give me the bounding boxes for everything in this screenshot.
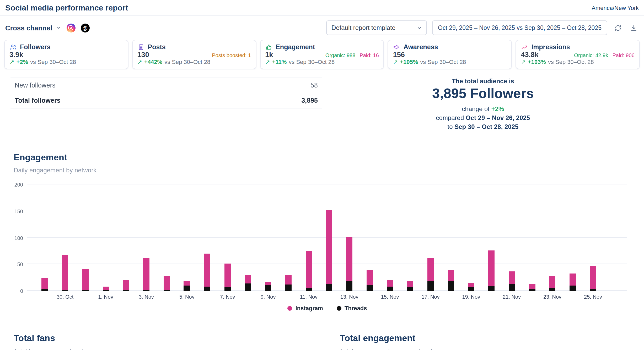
- kpi-label: Impressions: [531, 43, 570, 51]
- bar-segment-threads: [468, 287, 474, 291]
- stacked-bar: [42, 278, 48, 291]
- bar-slot: [95, 184, 116, 291]
- bar-segment-instagram: [488, 250, 495, 286]
- timezone-label: America/New York: [592, 4, 639, 11]
- date-range-picker[interactable]: Oct 29, 2025 – Nov 26, 2025 vs Sep 30, 2…: [432, 20, 607, 35]
- audience-compared-line: compared Oct 29 – Nov 26, 2025: [322, 114, 644, 123]
- y-axis-label: 100: [3, 235, 23, 241]
- download-button[interactable]: [628, 23, 639, 33]
- trend-up-icon: ↗: [265, 59, 270, 65]
- posts-icon: [137, 43, 145, 51]
- x-axis-label: 13. Nov: [339, 294, 359, 300]
- bar-segment-instagram: [163, 276, 170, 290]
- bar-segment-threads: [285, 285, 292, 291]
- x-axis-label: [359, 294, 380, 300]
- kpi-value: 43.8k: [521, 51, 539, 59]
- legend-label: Threads: [345, 305, 367, 311]
- table-row-total: Total followers 3,895: [10, 93, 322, 108]
- bar-slot: [481, 184, 502, 291]
- bar-slot: [55, 184, 75, 291]
- kpi-notes: Posts boosted: 1: [212, 52, 251, 58]
- organic-note: Organic: 42.9k: [574, 52, 608, 58]
- kpi-label: Engagement: [276, 43, 315, 51]
- legend-item-instagram[interactable]: Instagram: [288, 305, 323, 311]
- bar-slot: [217, 184, 238, 291]
- engagement-chart-legend: InstagramThreads: [27, 305, 627, 311]
- y-axis-label: 200: [3, 182, 23, 188]
- stacked-bar: [590, 266, 596, 291]
- trend-up-icon: ↗: [393, 59, 398, 65]
- bar-segment-threads: [82, 290, 89, 291]
- kpi-card-header: Posts: [137, 43, 251, 51]
- header: Social media performance report America/…: [0, 0, 644, 16]
- bar-slot: [441, 184, 461, 291]
- stacked-bar: [427, 258, 434, 291]
- threads-icon[interactable]: [80, 23, 89, 32]
- stacked-bar: [224, 264, 231, 291]
- bar-segment-threads: [590, 289, 596, 291]
- x-axis-label: 11. Nov: [299, 294, 319, 300]
- kpi-notes: Organic: 988 Paid: 16: [325, 52, 379, 58]
- stacked-bar: [123, 280, 129, 291]
- bar-segment-threads: [427, 281, 434, 291]
- refresh-button[interactable]: [613, 23, 623, 33]
- bar-segment-instagram: [224, 264, 231, 287]
- bar-slot: [258, 184, 278, 291]
- channel-selector-label: Cross channel: [5, 24, 52, 32]
- kpi-card-posts: Posts 130 Posts boosted: 1 ↗ +442% vs Se…: [132, 40, 256, 69]
- stacked-bar: [367, 270, 373, 291]
- bar-segment-instagram: [407, 281, 414, 287]
- audience-previous-line: to Sep 30 – Oct 28, 2025: [322, 123, 644, 132]
- bar-segment-threads: [570, 286, 576, 291]
- bar-slot: [177, 184, 197, 291]
- bottom-sections: Total fans Total fans across networks To…: [0, 333, 644, 350]
- instagram-icon[interactable]: [66, 23, 75, 32]
- channel-selector[interactable]: Cross channel: [5, 24, 61, 32]
- bar-segment-instagram: [346, 237, 352, 281]
- x-axis-label: [238, 294, 258, 300]
- kpi-card-impressions: Impressions 43.8k Organic: 42.9k Paid: 9…: [516, 40, 640, 69]
- kpi-change: +2%: [16, 59, 28, 65]
- stacked-bar: [529, 284, 535, 291]
- bar-segment-instagram: [245, 275, 251, 283]
- stacked-bar: [184, 281, 190, 291]
- bar-segment-threads: [42, 289, 48, 291]
- bar-segment-instagram: [468, 283, 474, 287]
- page-title: Social media performance report: [5, 3, 128, 12]
- bar-segment-threads: [204, 287, 210, 291]
- stacked-bar: [326, 210, 332, 291]
- x-axis-label: [522, 294, 542, 300]
- bar-segment-instagram: [42, 278, 48, 289]
- chevron-down-icon: [56, 25, 61, 30]
- bar-slot: [339, 184, 359, 291]
- bar-slot: [116, 184, 136, 291]
- kpi-card-header: Followers: [9, 43, 123, 51]
- stacked-bar: [509, 271, 515, 291]
- bar-segment-instagram: [184, 281, 190, 286]
- bar-slot: [522, 184, 542, 291]
- organic-note: Organic: 988: [325, 52, 356, 58]
- x-axis-label: [400, 294, 420, 300]
- bar-segment-instagram: [387, 280, 393, 287]
- bar-segment-instagram: [265, 282, 271, 285]
- bar-slot: [299, 184, 319, 291]
- report-template-select[interactable]: Default report template: [326, 20, 427, 35]
- engagement-chart-x-axis: 30. Oct1. Nov3. Nov5. Nov7. Nov9. Nov11.…: [27, 294, 627, 300]
- legend-dot: [288, 306, 292, 310]
- bars-area: [27, 184, 627, 291]
- y-axis-label: 0: [3, 288, 23, 294]
- bar-slot: [75, 184, 95, 291]
- bar-segment-threads: [488, 286, 495, 291]
- bar-segment-threads: [265, 285, 271, 291]
- bar-segment-threads: [509, 284, 515, 291]
- x-axis-label: [157, 294, 177, 300]
- total-engagement-subtitle: Total engagement across networks: [340, 347, 644, 350]
- x-axis-label: 25. Nov: [583, 294, 603, 300]
- bar-slot: [420, 184, 441, 291]
- followers-table: New followers 58 Total followers 3,895: [10, 78, 322, 132]
- total-fans-section: Total fans Total fans across networks: [0, 333, 322, 350]
- kpi-change-row: ↗ +105% vs Sep 30–Oct 28: [393, 59, 507, 65]
- row-value: 58: [310, 82, 318, 89]
- legend-item-threads[interactable]: Threads: [337, 305, 367, 311]
- engagement-chart-plot: 050100150200: [27, 184, 627, 291]
